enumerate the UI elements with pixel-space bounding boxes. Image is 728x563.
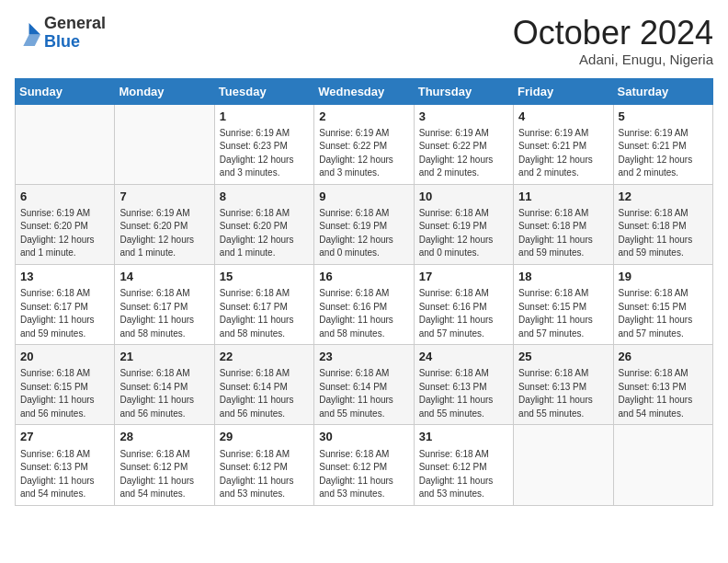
- day-info: Sunrise: 6:18 AM Sunset: 6:13 PM Dayligh…: [419, 367, 508, 420]
- day-number: 1: [220, 109, 309, 125]
- day-number: 17: [419, 269, 508, 285]
- day-info: Sunrise: 6:18 AM Sunset: 6:15 PM Dayligh…: [619, 287, 708, 340]
- day-info: Sunrise: 6:18 AM Sunset: 6:12 PM Dayligh…: [119, 448, 209, 501]
- calendar-cell: 9Sunrise: 6:18 AM Sunset: 6:19 PM Daylig…: [314, 184, 414, 264]
- day-number: 28: [119, 429, 209, 445]
- calendar-cell: 13Sunrise: 6:18 AM Sunset: 6:17 PM Dayli…: [16, 264, 115, 344]
- calendar-cell: 25Sunrise: 6:18 AM Sunset: 6:13 PM Dayli…: [514, 345, 613, 425]
- day-info: Sunrise: 6:18 AM Sunset: 6:15 PM Dayligh…: [518, 287, 608, 340]
- day-info: Sunrise: 6:18 AM Sunset: 6:17 PM Dayligh…: [119, 287, 209, 340]
- svg-marker-0: [29, 23, 40, 34]
- day-number: 7: [119, 189, 209, 205]
- day-number: 22: [220, 349, 309, 365]
- calendar-cell: 28Sunrise: 6:18 AM Sunset: 6:12 PM Dayli…: [115, 425, 214, 505]
- day-number: 27: [20, 429, 109, 445]
- day-number: 12: [619, 189, 708, 205]
- day-info: Sunrise: 6:18 AM Sunset: 6:13 PM Dayligh…: [619, 367, 708, 420]
- day-info: Sunrise: 6:18 AM Sunset: 6:19 PM Dayligh…: [419, 207, 508, 260]
- calendar-cell: 1Sunrise: 6:19 AM Sunset: 6:23 PM Daylig…: [214, 104, 313, 184]
- calendar-cell: 14Sunrise: 6:18 AM Sunset: 6:17 PM Dayli…: [115, 264, 214, 344]
- day-number: 6: [20, 189, 109, 205]
- day-number: 4: [518, 109, 608, 125]
- calendar-cell: [115, 104, 214, 184]
- day-info: Sunrise: 6:18 AM Sunset: 6:14 PM Dayligh…: [319, 367, 408, 420]
- day-number: 29: [220, 429, 309, 445]
- calendar-week-row: 20Sunrise: 6:18 AM Sunset: 6:15 PM Dayli…: [16, 345, 713, 425]
- weekday-header: Sunday: [16, 78, 115, 104]
- page-header: General Blue October 2024 Adani, Enugu, …: [15, 15, 713, 67]
- day-info: Sunrise: 6:19 AM Sunset: 6:21 PM Dayligh…: [518, 127, 608, 180]
- calendar-cell: 31Sunrise: 6:18 AM Sunset: 6:12 PM Dayli…: [414, 425, 513, 505]
- day-info: Sunrise: 6:18 AM Sunset: 6:14 PM Dayligh…: [119, 367, 209, 420]
- day-info: Sunrise: 6:18 AM Sunset: 6:12 PM Dayligh…: [419, 448, 508, 501]
- calendar-cell: 4Sunrise: 6:19 AM Sunset: 6:21 PM Daylig…: [514, 104, 613, 184]
- day-info: Sunrise: 6:18 AM Sunset: 6:17 PM Dayligh…: [20, 287, 109, 340]
- calendar-cell: 16Sunrise: 6:18 AM Sunset: 6:16 PM Dayli…: [314, 264, 414, 344]
- day-info: Sunrise: 6:18 AM Sunset: 6:12 PM Dayligh…: [319, 448, 408, 501]
- day-number: 2: [319, 109, 408, 125]
- weekday-header-row: SundayMondayTuesdayWednesdayThursdayFrid…: [16, 78, 713, 104]
- calendar-cell: 10Sunrise: 6:18 AM Sunset: 6:19 PM Dayli…: [414, 184, 513, 264]
- day-info: Sunrise: 6:18 AM Sunset: 6:12 PM Dayligh…: [220, 448, 309, 501]
- calendar-cell: 20Sunrise: 6:18 AM Sunset: 6:15 PM Dayli…: [16, 345, 115, 425]
- day-number: 3: [419, 109, 508, 125]
- day-number: 5: [619, 109, 708, 125]
- calendar-cell: 15Sunrise: 6:18 AM Sunset: 6:17 PM Dayli…: [214, 264, 313, 344]
- day-info: Sunrise: 6:19 AM Sunset: 6:20 PM Dayligh…: [119, 207, 209, 260]
- day-number: 8: [220, 189, 309, 205]
- day-info: Sunrise: 6:19 AM Sunset: 6:21 PM Dayligh…: [619, 127, 708, 180]
- calendar-cell: 21Sunrise: 6:18 AM Sunset: 6:14 PM Dayli…: [115, 345, 214, 425]
- day-info: Sunrise: 6:18 AM Sunset: 6:19 PM Dayligh…: [319, 207, 408, 260]
- weekday-header: Monday: [115, 78, 214, 104]
- day-info: Sunrise: 6:18 AM Sunset: 6:18 PM Dayligh…: [619, 207, 708, 260]
- calendar-week-row: 13Sunrise: 6:18 AM Sunset: 6:17 PM Dayli…: [16, 264, 713, 344]
- day-number: 30: [319, 429, 408, 445]
- calendar-cell: 30Sunrise: 6:18 AM Sunset: 6:12 PM Dayli…: [314, 425, 414, 505]
- day-info: Sunrise: 6:18 AM Sunset: 6:18 PM Dayligh…: [518, 207, 608, 260]
- calendar-table: SundayMondayTuesdayWednesdayThursdayFrid…: [15, 78, 713, 506]
- calendar-cell: 22Sunrise: 6:18 AM Sunset: 6:14 PM Dayli…: [214, 345, 313, 425]
- day-number: 18: [518, 269, 608, 285]
- day-number: 23: [319, 349, 408, 365]
- calendar-cell: 8Sunrise: 6:18 AM Sunset: 6:20 PM Daylig…: [214, 184, 313, 264]
- logo-blue: Blue: [44, 33, 106, 52]
- day-number: 24: [419, 349, 508, 365]
- day-info: Sunrise: 6:18 AM Sunset: 6:20 PM Dayligh…: [220, 207, 309, 260]
- logo-icon: [15, 20, 40, 46]
- svg-marker-1: [23, 34, 40, 45]
- day-number: 19: [619, 269, 708, 285]
- day-number: 21: [119, 349, 209, 365]
- day-info: Sunrise: 6:19 AM Sunset: 6:23 PM Dayligh…: [220, 127, 309, 180]
- calendar-cell: 6Sunrise: 6:19 AM Sunset: 6:20 PM Daylig…: [16, 184, 115, 264]
- calendar-week-row: 1Sunrise: 6:19 AM Sunset: 6:23 PM Daylig…: [16, 104, 713, 184]
- calendar-cell: 24Sunrise: 6:18 AM Sunset: 6:13 PM Dayli…: [414, 345, 513, 425]
- calendar-cell: 5Sunrise: 6:19 AM Sunset: 6:21 PM Daylig…: [613, 104, 712, 184]
- day-number: 16: [319, 269, 408, 285]
- day-info: Sunrise: 6:19 AM Sunset: 6:20 PM Dayligh…: [20, 207, 109, 260]
- calendar-week-row: 6Sunrise: 6:19 AM Sunset: 6:20 PM Daylig…: [16, 184, 713, 264]
- day-number: 15: [220, 269, 309, 285]
- calendar-cell: 7Sunrise: 6:19 AM Sunset: 6:20 PM Daylig…: [115, 184, 214, 264]
- calendar-cell: 3Sunrise: 6:19 AM Sunset: 6:22 PM Daylig…: [414, 104, 513, 184]
- calendar-cell: 26Sunrise: 6:18 AM Sunset: 6:13 PM Dayli…: [613, 345, 712, 425]
- day-info: Sunrise: 6:19 AM Sunset: 6:22 PM Dayligh…: [319, 127, 408, 180]
- weekday-header: Tuesday: [214, 78, 313, 104]
- calendar-cell: 23Sunrise: 6:18 AM Sunset: 6:14 PM Dayli…: [314, 345, 414, 425]
- calendar-week-row: 27Sunrise: 6:18 AM Sunset: 6:13 PM Dayli…: [16, 425, 713, 505]
- day-info: Sunrise: 6:18 AM Sunset: 6:16 PM Dayligh…: [319, 287, 408, 340]
- day-info: Sunrise: 6:18 AM Sunset: 6:17 PM Dayligh…: [220, 287, 309, 340]
- location-subtitle: Adani, Enugu, Nigeria: [513, 52, 713, 67]
- day-info: Sunrise: 6:19 AM Sunset: 6:22 PM Dayligh…: [419, 127, 508, 180]
- calendar-cell: 29Sunrise: 6:18 AM Sunset: 6:12 PM Dayli…: [214, 425, 313, 505]
- weekday-header: Wednesday: [314, 78, 414, 104]
- day-number: 20: [20, 349, 109, 365]
- calendar-cell: [16, 104, 115, 184]
- day-number: 14: [119, 269, 209, 285]
- day-info: Sunrise: 6:18 AM Sunset: 6:14 PM Dayligh…: [220, 367, 309, 420]
- day-info: Sunrise: 6:18 AM Sunset: 6:15 PM Dayligh…: [20, 367, 109, 420]
- weekday-header: Friday: [514, 78, 613, 104]
- day-number: 10: [419, 189, 508, 205]
- day-number: 26: [619, 349, 708, 365]
- calendar-cell: 12Sunrise: 6:18 AM Sunset: 6:18 PM Dayli…: [613, 184, 712, 264]
- day-number: 9: [319, 189, 408, 205]
